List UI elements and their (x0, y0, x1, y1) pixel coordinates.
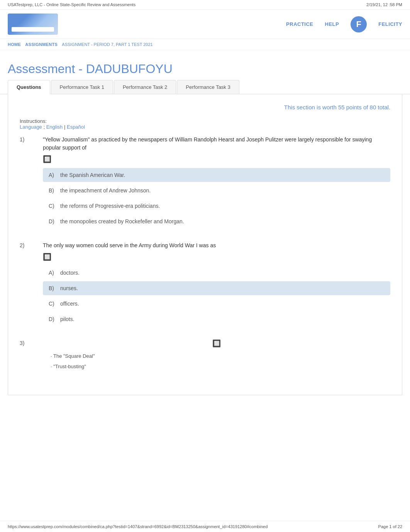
instructions-block: Instructions: Language ; English | Españ… (20, 118, 390, 130)
language-espanol[interactable]: Español (67, 124, 85, 130)
question-1-number: 1) (20, 136, 43, 230)
tab-performance-task-1[interactable]: Performance Task 1 (51, 80, 113, 94)
question-3-image: 🔲 (43, 339, 390, 348)
tab-performance-task-2[interactable]: Performance Task 2 (114, 80, 176, 94)
practice-link[interactable]: PRACTICE (286, 21, 313, 27)
logo[interactable] (8, 14, 58, 35)
top-bar-right: 2/19/21, 12 :58 PM (366, 2, 402, 7)
q2-option-d-text: pilots. (60, 316, 75, 322)
q1-option-a-label: A) (49, 172, 60, 178)
question-1-icon: 🔲 (43, 155, 390, 163)
question-1: 1) "Yellow Journalism" as practiced by t… (20, 136, 390, 230)
breadcrumb: HOME ASSIGNMENTS ASSIGNMENT - PERIOD 7, … (0, 39, 410, 50)
top-bar-left: USATestprep, LLC - Online State-Specific… (8, 2, 136, 7)
q1-option-d-label: D) (49, 218, 60, 224)
question-3-body: 🔲 · The "Square Deal" · "Trust-busting" (43, 339, 390, 372)
q1-option-b-text: the impeachment of Andrew Johnson. (60, 187, 151, 194)
q2-option-d-label: D) (49, 316, 60, 322)
question-1-body: "Yellow Journalism" as practiced by the … (43, 136, 390, 230)
nav-links: PRACTICE HELP F FELICITY (286, 16, 402, 32)
question-3-bullet-1: · The "Square Deal" (43, 351, 390, 361)
breadcrumb-assignments[interactable]: ASSIGNMENTS (25, 42, 58, 47)
instructions-label: Instructions: (20, 118, 47, 124)
question-2-option-a[interactable]: A) doctors. (43, 266, 390, 280)
language-label[interactable]: Language (20, 124, 42, 130)
q1-option-d-text: the monopolies created by Rockefeller an… (60, 218, 184, 224)
tabs: Questions Performance Task 1 Performance… (0, 80, 410, 94)
main-content: This section is worth 55 points of 80 to… (8, 94, 402, 395)
tab-performance-task-3[interactable]: Performance Task 3 (177, 80, 239, 94)
q2-option-b-text: nurses. (60, 285, 78, 291)
q1-option-c-text: the reforms of Progressive-era politicia… (60, 203, 160, 209)
question-1-option-c[interactable]: C) the reforms of Progressive-era politi… (43, 199, 390, 213)
help-link[interactable]: HELP (325, 21, 339, 27)
breadcrumb-home[interactable]: HOME (8, 42, 21, 47)
avatar[interactable]: F (351, 16, 367, 32)
question-1-option-d[interactable]: D) the monopolies created by Rockefeller… (43, 214, 390, 228)
q2-option-b-label: B) (49, 285, 60, 291)
q1-option-b-label: B) (49, 187, 60, 194)
q2-option-c-label: C) (49, 301, 60, 307)
question-1-option-b[interactable]: B) the impeachment of Andrew Johnson. (43, 184, 390, 197)
question-2-option-c[interactable]: C) officers. (43, 297, 390, 311)
q1-option-c-label: C) (49, 203, 60, 209)
question-2-icon: 🔲 (43, 253, 390, 261)
question-3: 3) 🔲 · The "Square Deal" · "Trust-bustin… (20, 339, 390, 372)
question-2-number: 2) (20, 241, 43, 328)
breadcrumb-current: ASSIGNMENT - PERIOD 7, PART 1 TEST 2021 (62, 42, 152, 47)
question-1-text: "Yellow Journalism" as practiced by the … (43, 136, 390, 152)
top-bar: USATestprep, LLC - Online State-Specific… (0, 0, 410, 10)
assessment-title: Assessment - DADUBUFOYU (0, 50, 410, 80)
q2-option-c-text: officers. (60, 301, 79, 307)
question-1-option-a[interactable]: A) the Spanish American War. (43, 168, 390, 182)
q1-option-a-text: the Spanish American War. (60, 172, 125, 178)
question-3-number: 3) (20, 339, 43, 372)
question-2-text: The only way women could serve in the Ar… (43, 241, 390, 250)
question-2-option-b[interactable]: B) nurses. (43, 281, 390, 295)
tab-questions[interactable]: Questions (8, 80, 50, 94)
question-2-option-d[interactable]: D) pilots. (43, 312, 390, 326)
felicity-link[interactable]: FELICITY (378, 21, 402, 27)
q2-option-a-text: doctors. (60, 270, 80, 276)
language-english[interactable]: English (46, 124, 63, 130)
header-nav: PRACTICE HELP F FELICITY (0, 10, 410, 39)
section-worth: This section is worth 55 points of 80 to… (20, 100, 390, 118)
question-2-body: The only way women could serve in the Ar… (43, 241, 390, 328)
question-3-bullet-2: · "Trust-busting" (43, 361, 390, 372)
q2-option-a-label: A) (49, 270, 60, 276)
question-2: 2) The only way women could serve in the… (20, 241, 390, 328)
